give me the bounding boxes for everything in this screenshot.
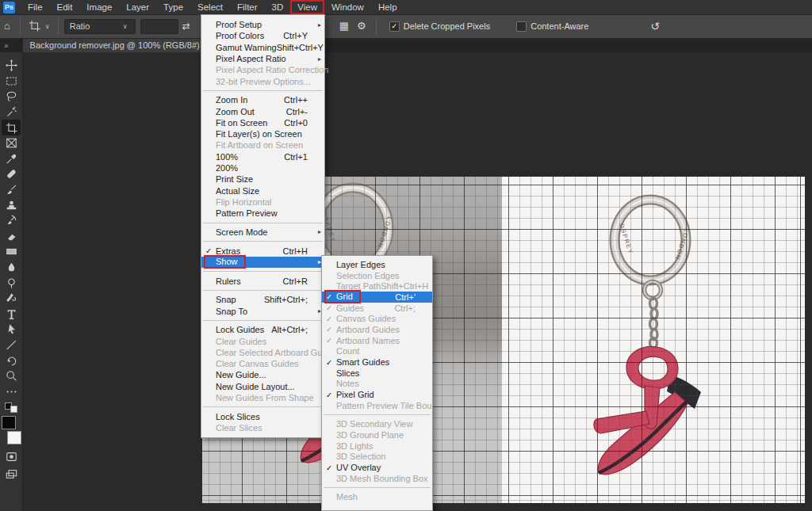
quick-selection-tool[interactable] [2, 105, 21, 120]
eyedropper-tool[interactable] [2, 151, 21, 167]
screen-mode-button[interactable] [2, 467, 21, 482]
menu-item-screen-mode[interactable]: Screen Mode▸ [201, 227, 324, 238]
menu-item-label: Artboard Guides [336, 325, 400, 334]
menu-item-layer-edges[interactable]: Layer Edges [322, 259, 432, 270]
clone-stamp-tool-icon [6, 200, 17, 212]
menu-item-extras[interactable]: ✓ExtrasCtrl+H [201, 245, 324, 256]
menu-item-snap[interactable]: SnapShift+Ctrl+; [201, 294, 324, 305]
line-tool[interactable] [2, 337, 21, 353]
quick-mask-button[interactable] [2, 449, 21, 465]
menubar-item-filter[interactable]: Filter [230, 0, 265, 14]
menu-item-pixel-grid[interactable]: ✓Pixel Grid [322, 389, 432, 400]
gradient-tool[interactable] [2, 244, 21, 260]
menu-item-group: Lock Slices [205, 412, 260, 421]
clone-stamp-tool[interactable] [2, 197, 21, 213]
menu-item-group: 3D Ground Plane [326, 430, 404, 440]
menu-item-new-guide[interactable]: New Guide... [201, 369, 324, 380]
menu-item-zoom-out[interactable]: Zoom OutCtrl+- [201, 105, 324, 116]
menu-item-slices[interactable]: Slices [322, 368, 432, 379]
dodge-tool-icon [6, 277, 17, 289]
menubar-item-image[interactable]: Image [79, 0, 119, 14]
menu-item-3d-selection: 3D Selection [322, 451, 432, 462]
zoom-tool[interactable] [2, 368, 21, 384]
menu-item-rulers[interactable]: RulersCtrl+R [201, 275, 324, 286]
menu-item-smart-guides[interactable]: ✓Smart Guides [322, 357, 432, 368]
menu-item-group: Gamut Warning [205, 43, 277, 52]
frame-tool[interactable] [2, 135, 21, 151]
pen-tool[interactable] [2, 291, 21, 307]
menubar-item-help[interactable]: Help [371, 0, 404, 14]
menu-item-group: Snap [205, 295, 236, 304]
menubar-item-edit[interactable]: Edit [50, 0, 80, 14]
crop-tool-icon[interactable] [26, 20, 43, 33]
menu-item-show[interactable]: Show▸ [201, 257, 324, 268]
type-tool[interactable] [2, 307, 21, 322]
menu-item-uv-overlay[interactable]: ✓UV Overlay [322, 462, 432, 473]
menubar-item-file[interactable]: File [21, 0, 50, 14]
blur-tool[interactable] [2, 260, 21, 276]
foreground-color-swatch[interactable] [2, 416, 16, 429]
menu-item-shortcut: Ctrl+H [283, 246, 315, 256]
menu-item-fit-on-screen[interactable]: Fit on ScreenCtrl+0 [201, 117, 324, 128]
menubar-item-3d[interactable]: 3D [265, 0, 291, 14]
menubar-item-type[interactable]: Type [156, 0, 190, 14]
crop-tool[interactable] [2, 120, 21, 135]
menubar-item-view[interactable]: View [290, 0, 324, 14]
reset-icon[interactable]: ↺ [646, 15, 664, 37]
rectangular-marquee-tool[interactable] [2, 74, 21, 90]
brush-tool[interactable] [2, 182, 21, 198]
chevron-down-icon[interactable]: ∨ [43, 23, 52, 30]
swap-arrows-icon[interactable]: ⇄ [178, 15, 194, 37]
menu-item-zoom-in[interactable]: Zoom InCtrl++ [201, 94, 324, 105]
overlay-grid-icon[interactable]: ▦ [335, 15, 353, 37]
content-aware-checkbox[interactable]: Content-Aware [516, 21, 588, 32]
crop-preset-select[interactable]: Ratio ∨ [64, 19, 136, 34]
menu-item-200[interactable]: 200% [201, 162, 324, 174]
spot-healing-brush-tool[interactable] [2, 166, 21, 182]
default-colors-icon[interactable] [5, 402, 17, 413]
lasso-tool[interactable] [2, 89, 21, 105]
tools-panel [0, 52, 23, 511]
menu-item-proof-setup[interactable]: Proof Setup▸ [201, 19, 324, 30]
background-color-swatch[interactable] [7, 431, 21, 444]
history-brush-tool[interactable] [2, 213, 21, 229]
delete-cropped-pixels-checkbox[interactable]: ✓ Delete Cropped Pixels [389, 21, 490, 32]
menu-separator [324, 414, 431, 415]
menu-item-lock-guides[interactable]: Lock GuidesAlt+Ctrl+; [201, 324, 324, 335]
menu-item-print-size[interactable]: Print Size [201, 174, 324, 185]
menu-item-proof-colors[interactable]: Proof ColorsCtrl+Y [201, 30, 324, 41]
mini-background-swatch [10, 406, 17, 413]
path-selection-tool[interactable] [2, 322, 21, 337]
eraser-tool[interactable] [2, 229, 21, 245]
menu-item-pixel-aspect-ratio[interactable]: Pixel Aspect Ratio▸ [201, 53, 324, 64]
document-tab-bar: » Background remover.jpg @ 100% (RGB/8#)… [0, 38, 812, 52]
menu-item-100[interactable]: 100%Ctrl+1 [201, 151, 324, 162]
menu-item-gamut-warning[interactable]: Gamut WarningShift+Ctrl+Y [201, 42, 324, 53]
menu-item-mesh: Mesh [322, 491, 432, 502]
menu-item-lock-slices[interactable]: Lock Slices [201, 411, 324, 422]
menu-item-group: Pixel Aspect Ratio [205, 54, 286, 63]
menu-item-shortcut: Alt+Ctrl+; [271, 325, 315, 334]
menu-item-grid[interactable]: ✓GridCtrl+' [322, 292, 432, 303]
menu-item-pattern-preview[interactable]: Pattern Preview [201, 208, 324, 219]
gear-icon[interactable]: ⚙ [353, 15, 370, 37]
rectangular-marquee-tool-icon [6, 75, 17, 87]
hand-tool[interactable] [2, 353, 21, 368]
document-tab[interactable]: Background remover.jpg @ 100% (RGB/8#) *… [23, 38, 225, 52]
menubar-item-window[interactable]: Window [324, 0, 371, 14]
menu-item-snap-to[interactable]: Snap To▸ [201, 305, 324, 316]
edit-toolbar[interactable] [2, 383, 21, 399]
menubar-item-select[interactable]: Select [190, 0, 230, 14]
move-tool[interactable] [2, 58, 21, 74]
menu-item-actual-size[interactable]: Actual Size [201, 185, 324, 196]
crop-width-input[interactable] [140, 19, 178, 34]
home-icon[interactable]: ⌂ [0, 15, 14, 37]
menu-item-group: Fit on Screen [205, 118, 267, 128]
menu-item-label: Pixel Aspect Ratio Correction [216, 65, 328, 74]
tab-overflow-icon[interactable]: » [0, 41, 13, 50]
menu-item-new-guide-layout[interactable]: New Guide Layout... [201, 381, 324, 392]
annotation-red-box: Show [205, 257, 244, 267]
dodge-tool[interactable] [2, 275, 21, 291]
menu-item-fit-layer-s-on-screen[interactable]: Fit Layer(s) on Screen [201, 128, 324, 139]
menubar-item-layer[interactable]: Layer [119, 0, 156, 14]
